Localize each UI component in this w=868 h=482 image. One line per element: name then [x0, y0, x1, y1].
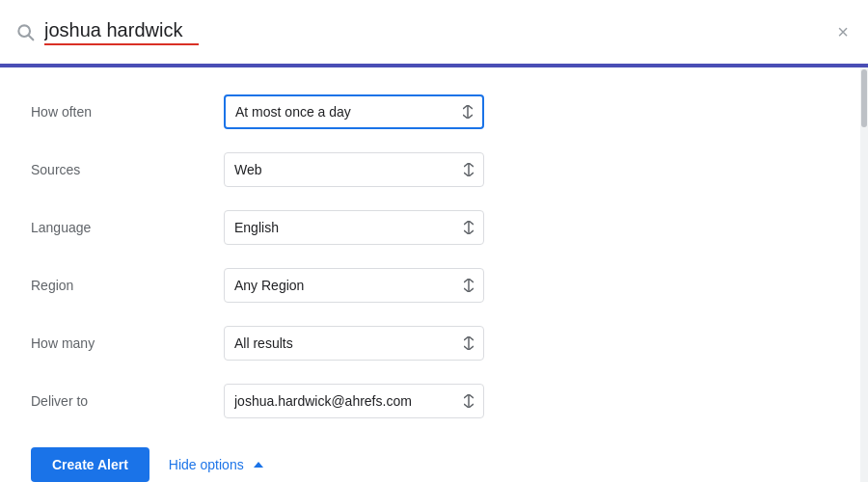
region-select[interactable]: Any Region United States [224, 268, 484, 303]
sources-row: Sources Automatic Web News Blogs Video B… [31, 141, 837, 199]
how-often-select[interactable]: At most once a day As-it-happens At most… [224, 94, 484, 129]
create-alert-button[interactable]: Create Alert [31, 447, 149, 482]
close-button[interactable]: × [833, 17, 853, 47]
hide-options-button[interactable]: Hide options [169, 457, 263, 472]
deliver-to-select[interactable]: joshua.hardwick@ahrefs.com [224, 384, 484, 418]
search-input-wrap [44, 19, 833, 45]
region-label: Region [31, 278, 224, 293]
search-input[interactable] [44, 19, 833, 41]
language-select[interactable]: English Any Language [224, 210, 484, 245]
how-many-row: How many All results Only the best resul… [31, 314, 837, 372]
scrollbar-thumb [861, 69, 867, 127]
deliver-to-label: Deliver to [31, 393, 224, 409]
sources-select[interactable]: Automatic Web News Blogs Video Books Dis… [224, 152, 484, 187]
search-icon [15, 22, 35, 41]
alert-options-form: How often At most once a day As-it-happe… [0, 67, 868, 482]
svg-line-1 [29, 36, 34, 40]
deliver-to-row: Deliver to joshua.hardwick@ahrefs.com [31, 372, 837, 430]
language-label: Language [31, 220, 224, 235]
arrow-up-icon [254, 462, 263, 468]
how-many-label: How many [31, 335, 224, 351]
language-row: Language English Any Language [31, 199, 837, 256]
sources-label: Sources [31, 162, 224, 177]
how-many-select[interactable]: All results Only the best results [224, 326, 484, 361]
how-often-row: How often At most once a day As-it-happe… [31, 83, 837, 141]
region-row: Region Any Region United States [31, 256, 837, 314]
actions-row: Create Alert Hide options [31, 430, 837, 482]
search-bar: × [0, 0, 868, 67]
search-underline [44, 43, 199, 45]
how-often-label: How often [31, 104, 224, 120]
scrollbar[interactable] [860, 67, 868, 482]
